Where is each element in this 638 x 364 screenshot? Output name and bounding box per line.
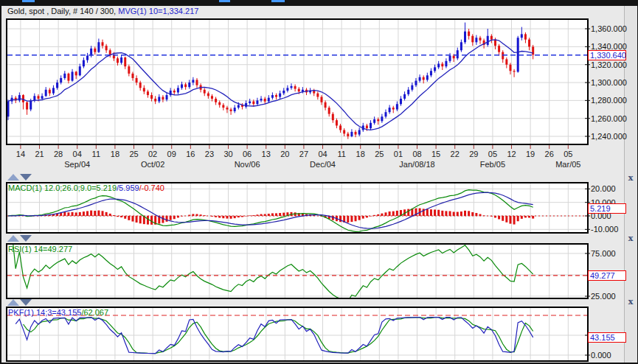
last-price-badge: 1,330.640 — [588, 50, 626, 60]
price-chart-panel[interactable] — [6, 18, 589, 145]
price-axis-tick-label: 1,300.000 — [591, 78, 635, 87]
x-axis-day-label: 30 — [220, 150, 237, 158]
x-axis-day-label: 12 — [503, 150, 521, 158]
x-axis-day-label: 11 — [87, 150, 105, 158]
pkf-d-label: /62.067 — [81, 308, 108, 317]
mvg-legend-label: MVG(1) 10=1,334.217 — [118, 7, 198, 15]
titlebar-accent — [22, 0, 35, 2]
collapse-down-icon[interactable] — [20, 235, 32, 242]
x-axis-day-label: 25 — [370, 150, 388, 158]
x-axis-day-label: 05 — [484, 150, 502, 158]
symbol-info-label: Gold, spot , Daily, # 140 / 300, — [7, 7, 116, 15]
macd-value-label: MACD(1) 12.0;26.0;9.0=5.219 — [8, 183, 117, 192]
pkf-title: PKF(1) 14;3=43.155/62.067 — [8, 308, 108, 317]
x-axis-day-label: 22 — [446, 150, 464, 158]
x-axis-day-label: 29 — [465, 150, 482, 158]
expand-up-icon[interactable] — [7, 174, 19, 181]
window-border-left — [0, 0, 1, 364]
x-axis-day-label: 18 — [352, 150, 370, 158]
x-axis-day-label: 23 — [201, 150, 218, 158]
x-axis-day-label: 08 — [409, 150, 426, 158]
x-axis-day-label: 21 — [31, 150, 49, 158]
macd-axis-tick-label: -10.000 — [591, 225, 635, 234]
x-axis-day-label: 04 — [69, 150, 86, 158]
price-axis-tick-label: 1,320.000 — [591, 60, 635, 69]
x-axis-month-label: Oct/02 — [129, 160, 176, 169]
macd-title: MACD(1) 12.0;26.0;9.0=5.219/5.959/-0.740 — [8, 183, 164, 192]
rsi-axis-tick-label: 75.000 — [591, 249, 635, 258]
titlebar-accent — [219, 0, 230, 2]
pkf-value-badge: 43.155 — [588, 332, 626, 343]
macd-signal-label: /5.959 — [117, 183, 139, 192]
pkf-axis-tick-label: 0.000 — [591, 351, 635, 360]
titlebar-accent — [271, 0, 285, 2]
x-axis-month-label: Feb/05 — [469, 160, 516, 169]
x-axis-month-label: Sep/04 — [54, 160, 101, 169]
x-axis-day-label: 19 — [521, 150, 539, 158]
x-axis-day-label: 25 — [125, 150, 143, 158]
collapse-down-icon[interactable] — [20, 299, 32, 306]
splitter-pkf[interactable] — [6, 298, 35, 307]
chart-header: Gold, spot , Daily, # 140 / 300, MVG(1) … — [7, 7, 198, 15]
x-axis-month-label: Dec/04 — [299, 160, 347, 169]
price-axis-tick-label: 1,360.000 — [591, 24, 635, 33]
x-axis-day-label: 02 — [144, 150, 162, 158]
x-axis-day-label: 16 — [181, 150, 199, 158]
close-macd-panel-button[interactable]: x — [625, 174, 637, 183]
macd-axis-tick-label: 20.000 — [591, 184, 635, 193]
x-axis-month-label: Mar/05 — [544, 160, 592, 169]
x-axis-day-label: 01 — [389, 150, 407, 158]
price-axis-tick-label: 1,260.000 — [591, 114, 635, 123]
x-axis-month-label: Nov/06 — [223, 160, 271, 169]
x-axis-day-label: 05 — [559, 150, 577, 158]
x-axis-day-label: 28 — [49, 150, 67, 158]
x-axis-day-label: 20 — [276, 150, 294, 158]
macd-hist-label: /-0.740 — [139, 183, 164, 192]
x-axis-day-label: 18 — [106, 150, 124, 158]
collapse-down-icon[interactable] — [20, 174, 32, 181]
x-axis-day-label: 06 — [238, 150, 256, 158]
x-axis-day-label: 14 — [12, 150, 30, 158]
x-axis-day-label: 09 — [163, 150, 181, 158]
rsi-value-badge: 49.277 — [588, 270, 626, 281]
x-axis-day-label: 04 — [314, 150, 332, 158]
expand-up-icon[interactable] — [7, 235, 19, 242]
expand-up-icon[interactable] — [7, 299, 19, 306]
x-axis-day-label: 13 — [257, 150, 275, 158]
price-axis-tick-label: 1,280.000 — [591, 96, 635, 105]
splitter-macd[interactable] — [6, 173, 35, 181]
trading-app-window: Gold, spot , Daily, # 140 / 300, MVG(1) … — [0, 0, 638, 364]
x-axis-month-label: Jan/08/18 — [394, 160, 441, 169]
splitter-rsi[interactable] — [6, 234, 35, 242]
macd-value-badge: 5.219 — [588, 203, 626, 214]
titlebar — [0, 0, 638, 6]
rsi-panel[interactable] — [6, 243, 589, 299]
x-axis-day-label: 26 — [541, 150, 558, 158]
rsi-value-label: RSI(1) 14=49.277 — [8, 245, 72, 253]
close-rsi-panel-button[interactable]: x — [625, 234, 637, 243]
price-axis-tick-label: 1,240.000 — [591, 132, 635, 141]
rsi-title: RSI(1) 14=49.277 — [8, 245, 72, 253]
x-axis-day-label: 27 — [295, 150, 313, 158]
x-axis-day-label: 11 — [333, 150, 350, 158]
x-axis-day-label: 15 — [427, 150, 445, 158]
close-pkf-panel-button[interactable]: x — [625, 298, 637, 307]
pkf-k-label: PKF(1) 14;3=43.155 — [8, 308, 81, 317]
